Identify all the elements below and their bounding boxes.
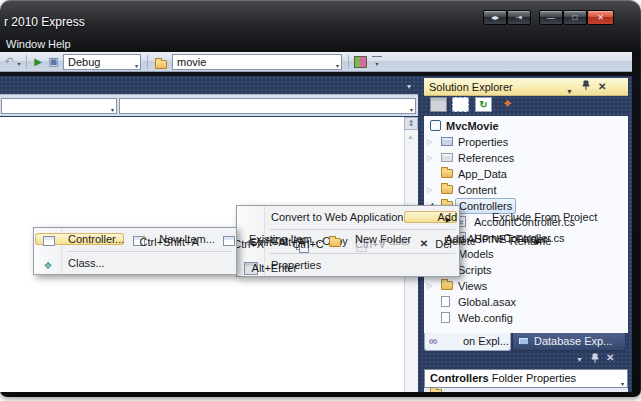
display-toggle-button[interactable]: ◂▸ [483, 10, 507, 25]
tree-item-label: References [458, 150, 514, 166]
properties-object-combobox[interactable]: Controllers Folder Properties ▾ [424, 369, 628, 388]
pin-icon[interactable] [591, 353, 599, 367]
folder-shape [329, 238, 341, 247]
tree-item-mvcmovie[interactable]: MvcMovie [424, 118, 628, 134]
chevron-down-icon: ▾ [410, 103, 413, 117]
tree-item-label: Web.config [458, 310, 513, 326]
overflow-chevron-icon[interactable]: ▾ [372, 56, 382, 72]
solution-explorer-titlebar: Solution Explorer ▼ ✕ [424, 78, 628, 96]
minimize-icon: — [547, 13, 555, 22]
menu-item-new-folder[interactable]: New Folder [321, 233, 411, 245]
tree-item-label: Views [458, 278, 487, 294]
maximize-button[interactable]: □ [563, 10, 587, 25]
tab-database-explorer[interactable]: Database Exp... [512, 333, 626, 351]
tree-item-label: MvcMovie [446, 118, 499, 134]
menu-item-properties[interactable]: PropertiesAlt+Enter [237, 259, 321, 271]
tree-item-properties[interactable]: ▷Properties [424, 134, 628, 150]
menu-item-convert-to-web-application[interactable]: Convert to Web Application [237, 211, 403, 223]
menu-separator [67, 251, 232, 252]
tab-label: Database Exp... [534, 333, 612, 350]
menu-item-controller[interactable]: Controller... [35, 233, 124, 245]
show-all-files-icon[interactable] [452, 97, 469, 112]
expander-collapsed-icon[interactable]: ▷ [427, 278, 432, 294]
pin-icon[interactable] [582, 79, 590, 97]
tree-item-references[interactable]: ▷References [424, 150, 628, 166]
menu-item-label: Add ASP.NET Folder [445, 233, 547, 245]
menu-item-class[interactable]: ❖Class... [34, 257, 105, 269]
members-combobox[interactable]: ▾ [119, 98, 416, 114]
tree-item-label: Scripts [458, 262, 492, 278]
expander-collapsed-icon[interactable]: ▷ [427, 182, 432, 198]
menu-item-exclude-from-project[interactable]: Exclude From Project [458, 211, 597, 223]
menu-item-label: Class... [68, 257, 105, 269]
tab-solution-explorer[interactable]: ∞ on Expl... [424, 333, 511, 351]
close-icon: ✕ [597, 13, 604, 22]
close-icon[interactable]: ✕ [598, 78, 606, 96]
expander-collapsed-icon[interactable]: ▷ [427, 134, 432, 150]
expander-collapsed-icon[interactable]: ▷ [427, 150, 432, 166]
object-suffix: Folder Properties [489, 372, 576, 384]
properties-page-icon[interactable] [430, 97, 447, 112]
file-icon [441, 312, 450, 323]
submenu-arrow-icon: ▶ [536, 233, 541, 251]
types-combobox[interactable]: ▾ [1, 98, 117, 114]
menu-item-shortcut: Shift+Alt+A [250, 233, 305, 251]
undo-icon[interactable]: ↶ [2, 54, 16, 70]
menu-item-add[interactable]: Add▶ [404, 211, 457, 223]
folder-icon [430, 389, 442, 392]
controller-icon [43, 236, 55, 246]
window-title: r 2010 Express [4, 15, 85, 29]
folder-icon [441, 185, 453, 194]
splitter-handle-icon[interactable]: ⇕ [404, 117, 418, 130]
chevron-down-icon: ▾ [135, 59, 138, 73]
menu-separator [270, 229, 455, 230]
scroll-up-icon[interactable]: ▲ [407, 133, 414, 140]
menubar-item-window[interactable]: Window [6, 38, 45, 50]
document-dropdown-icon[interactable]: ▾ [407, 82, 411, 91]
screenshot-root: { "window": { "title": "r 2010 Express",… [0, 0, 641, 401]
menu-separator [270, 253, 455, 254]
tree-item-global-asax[interactable]: Global.asax [424, 294, 628, 310]
tree-item-label: Properties [458, 134, 508, 150]
menu-item-label: Controller... [68, 233, 124, 245]
dropdown-icon[interactable]: ▼ [566, 83, 573, 101]
refresh-icon[interactable]: ↻ [475, 97, 492, 112]
tree-item-views[interactable]: ▷Views [424, 278, 628, 294]
toolbar-separator [348, 55, 349, 69]
menu-item-label: Convert to Web Application [271, 211, 403, 223]
file-icon [441, 296, 450, 307]
debug-configuration-value: Debug [68, 56, 100, 68]
tab-label: on Expl... [463, 333, 509, 350]
object-name: Controllers [430, 372, 489, 384]
snapshot-button[interactable]: ⇥ [507, 10, 531, 25]
debug-configuration-combobox[interactable]: Debug ▾ [63, 54, 141, 70]
browse-icon[interactable]: ▣ [46, 54, 61, 70]
close-icon[interactable]: ✕ [606, 352, 614, 363]
submenu-arrow-icon: ▶ [446, 211, 451, 229]
properties-folder-icon [441, 137, 453, 146]
run-icon[interactable]: ▶ [31, 54, 45, 70]
tree-item-label: App_Data [458, 166, 507, 182]
search-value: movie [177, 56, 206, 68]
arrows-leftright-icon: ◂▸ [491, 13, 499, 22]
menu-item-new-item[interactable]: New Item...Ctrl+Shift+A [125, 233, 215, 245]
tree-item-content[interactable]: ▷Content [424, 182, 628, 198]
close-button[interactable]: ✕ [587, 10, 614, 25]
minimize-button[interactable]: — [539, 10, 563, 25]
menu-item-existing-item[interactable]: Existing Item...Shift+Alt+A [215, 233, 321, 245]
open-folder-icon[interactable] [153, 54, 169, 70]
new-folder-icon [328, 236, 342, 249]
search-combobox[interactable]: movie ▾ [172, 54, 342, 70]
undo-dropdown-icon[interactable]: ▾ [15, 57, 23, 73]
menu-item-add-asp-net-folder[interactable]: Add ASP.NET Folder▶ [411, 233, 547, 245]
menubar-item-help[interactable]: Help [48, 38, 71, 50]
tree-item-label: Models [458, 246, 493, 262]
folder-icon [441, 169, 453, 178]
chevron-down-icon: ▾ [111, 103, 114, 117]
tree-item-web-config[interactable]: Web.config [424, 310, 628, 326]
chevron-down-icon: ▾ [336, 59, 339, 73]
aspnet-config-icon[interactable]: ✦ [499, 97, 516, 112]
tree-item-app-data[interactable]: App_Data [424, 166, 628, 182]
extensions-icon[interactable] [354, 56, 367, 68]
dropdown-icon[interactable]: ▼ [576, 356, 583, 363]
